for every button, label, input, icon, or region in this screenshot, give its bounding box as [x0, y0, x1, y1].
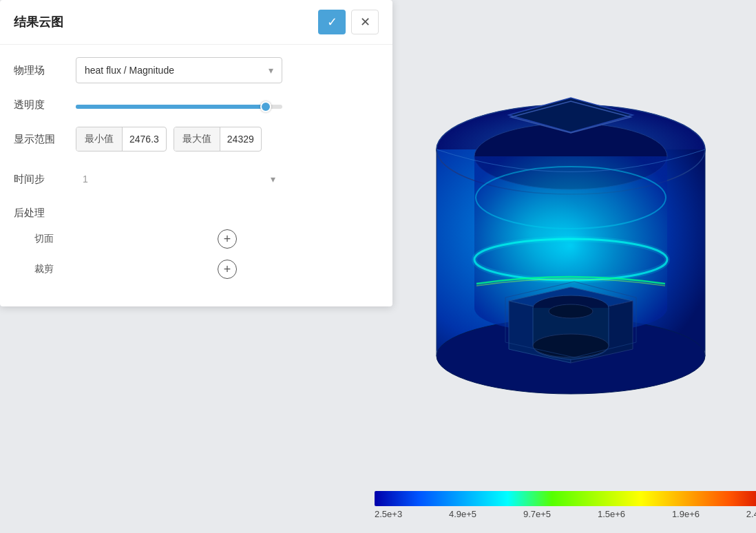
transparency-control — [76, 102, 379, 109]
crop-add-button[interactable]: + — [218, 260, 237, 279]
colorbar-label-4: 1.9e+6 — [672, 509, 700, 519]
panel-body: 物理场 heat flux / Magnitude ▾ 透明度 — [0, 45, 392, 306]
results-panel: 结果云图 ✓ ✕ 物理场 heat flux / Magnitude ▾ 透明度 — [0, 0, 392, 306]
chevron-down-icon-timestep: ▾ — [271, 174, 275, 185]
transparency-row: 透明度 — [14, 98, 379, 112]
transparency-label: 透明度 — [14, 98, 76, 112]
range-inputs: 最小值 2476.3 最大值 24329 — [76, 127, 379, 151]
colorbar-label-0: 2.5e+3 — [375, 509, 402, 519]
close-button[interactable]: ✕ — [351, 10, 379, 34]
svg-point-9 — [549, 304, 593, 318]
max-value[interactable]: 24329 — [220, 134, 261, 145]
range-label: 显示范围 — [14, 133, 76, 146]
header-buttons: ✓ ✕ — [318, 10, 379, 34]
physics-row: 物理场 heat flux / Magnitude ▾ — [14, 57, 379, 83]
3d-model-svg — [402, 60, 739, 418]
visualization-area: 2.5e+3 4.9e+5 9.7e+5 1.5e+6 1.9e+6 2.4e+… — [392, 0, 756, 533]
postprocess-row: 后处理 — [14, 207, 379, 220]
crop-row: 裁剪 + — [14, 260, 379, 279]
max-label: 最大值 — [174, 127, 220, 151]
colorbar-labels: 2.5e+3 4.9e+5 9.7e+5 1.5e+6 1.9e+6 2.4e+… — [375, 509, 756, 519]
panel-title: 结果云图 — [14, 14, 63, 30]
slider-thumb[interactable] — [260, 101, 271, 112]
slider-wrapper — [76, 105, 282, 109]
check-icon: ✓ — [327, 14, 337, 30]
chevron-down-icon: ▾ — [269, 65, 273, 76]
range-row: 显示范围 最小值 2476.3 最大值 24329 — [14, 127, 379, 151]
colorbar-label-3: 1.5e+6 — [598, 509, 625, 519]
plus-icon-crop: + — [224, 263, 231, 275]
range-control: 最小值 2476.3 最大值 24329 — [76, 127, 379, 151]
cut-row: 切面 + — [14, 229, 379, 249]
colorbar-label-1: 4.9e+5 — [449, 509, 476, 519]
max-range-item: 最大值 24329 — [174, 127, 262, 151]
colorbar-container: 2.5e+3 4.9e+5 9.7e+5 1.5e+6 1.9e+6 2.4e+… — [375, 491, 756, 519]
physics-dropdown[interactable]: heat flux / Magnitude ▾ — [76, 57, 282, 83]
slider-track[interactable] — [76, 105, 282, 109]
colorbar — [375, 491, 756, 506]
timestep-row: 时间步 1 ▾ — [14, 167, 379, 191]
postprocess-label: 后处理 — [14, 207, 76, 220]
timestep-dropdown[interactable]: 1 ▾ — [76, 167, 282, 191]
physics-control: heat flux / Magnitude ▾ — [76, 57, 379, 83]
svg-point-7 — [533, 334, 609, 357]
timestep-value: 1 — [83, 174, 88, 185]
viz-canvas — [402, 60, 746, 473]
colorbar-label-2: 9.7e+5 — [523, 509, 551, 519]
cut-add-button[interactable]: + — [218, 229, 237, 249]
physics-value: heat flux / Magnitude — [85, 65, 174, 76]
cut-label: 切面 — [34, 233, 76, 245]
crop-label: 裁剪 — [34, 263, 76, 275]
plus-icon-cut: + — [224, 233, 231, 245]
timestep-control: 1 ▾ — [76, 167, 379, 191]
panel-header: 结果云图 ✓ ✕ — [0, 0, 392, 45]
min-value[interactable]: 2476.3 — [123, 134, 166, 145]
physics-label: 物理场 — [14, 64, 76, 77]
timestep-label: 时间步 — [14, 173, 76, 186]
slider-fill — [76, 105, 266, 109]
min-label: 最小值 — [76, 127, 123, 151]
close-icon: ✕ — [360, 14, 370, 30]
confirm-button[interactable]: ✓ — [318, 10, 346, 34]
colorbar-label-5: 2.4e+6 — [746, 509, 756, 519]
min-range-item: 最小值 2476.3 — [76, 127, 167, 151]
